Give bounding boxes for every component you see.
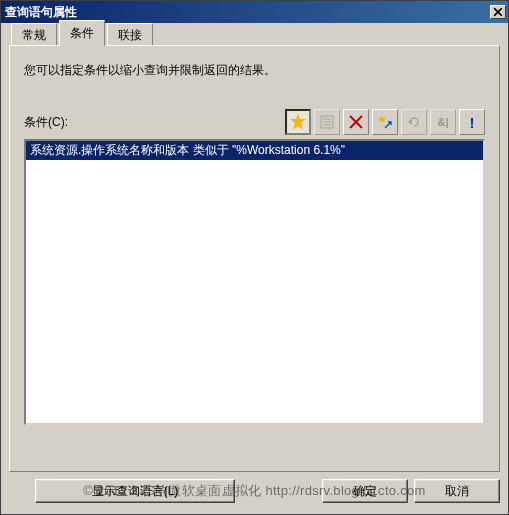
tabs-row: 常规 条件 联接 [5, 23, 504, 45]
criteria-label: 条件(C): [24, 114, 285, 131]
info-icon: ! [470, 114, 475, 131]
toolbar-delete-button[interactable] [343, 109, 369, 135]
undo-icon [406, 114, 422, 130]
panel-description: 您可以指定条件以缩小查询并限制返回的结果。 [24, 62, 485, 79]
toolbar-highlight-button[interactable] [372, 109, 398, 135]
button-label: 确定 [353, 483, 377, 500]
tab-criteria[interactable]: 条件 [59, 20, 105, 46]
tab-label: 常规 [22, 28, 46, 42]
svg-marker-9 [378, 115, 386, 123]
button-label: 显示查询语言(L) [92, 483, 179, 500]
starburst-icon [290, 114, 306, 130]
show-query-button[interactable]: 显示查询语言(L) [35, 479, 235, 503]
and-or-icon: &| [437, 116, 448, 128]
criteria-row[interactable]: 系统资源.操作系统名称和版本 类似于 "%Workstation 6.1%" [26, 141, 483, 160]
delete-icon [349, 115, 363, 129]
criteria-header: 条件(C): [24, 109, 485, 135]
svg-marker-2 [290, 114, 306, 130]
properties-icon [319, 114, 335, 130]
dialog-body: 常规 条件 联接 您可以指定条件以缩小查询并限制返回的结果。 条件(C): [5, 23, 504, 510]
tab-panel: 您可以指定条件以缩小查询并限制返回的结果。 条件(C): [9, 45, 500, 472]
tab-label: 条件 [70, 26, 94, 40]
toolbar-undo-button[interactable] [401, 109, 427, 135]
dialog-buttons: 显示查询语言(L) 确定 取消 [9, 476, 500, 506]
toolbar-and-or-button[interactable]: &| [430, 109, 456, 135]
close-icon [494, 8, 502, 16]
ok-button[interactable]: 确定 [322, 479, 408, 503]
window-frame: 查询语句属性 常规 条件 联接 您可以指定条件以缩小查询并限制返回的结果。 条件… [0, 0, 509, 515]
button-label: 取消 [445, 483, 469, 500]
criteria-toolbar: &| ! [285, 109, 485, 135]
toolbar-new-button[interactable] [285, 109, 311, 135]
cancel-button[interactable]: 取消 [414, 479, 500, 503]
window-title: 查询语句属性 [5, 4, 490, 21]
toolbar-info-button[interactable]: ! [459, 109, 485, 135]
toolbar-properties-button[interactable] [314, 109, 340, 135]
tab-general[interactable]: 常规 [11, 23, 57, 47]
close-button[interactable] [490, 5, 506, 19]
star-arrow-icon [377, 114, 393, 130]
tab-joins[interactable]: 联接 [107, 23, 153, 47]
criteria-listbox[interactable]: 系统资源.操作系统名称和版本 类似于 "%Workstation 6.1%" [24, 139, 485, 425]
tab-label: 联接 [118, 28, 142, 42]
